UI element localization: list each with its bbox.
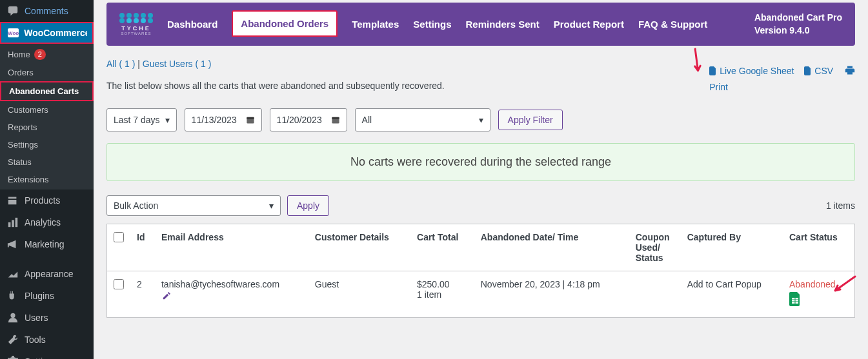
products-icon	[6, 194, 19, 207]
sub-status[interactable]: Status	[0, 153, 94, 171]
sub-orders[interactable]: Orders	[0, 64, 94, 81]
status-filter-select[interactable]: All ▾	[355, 108, 490, 131]
cell-email: tanisha@tychesoftwares.com	[155, 271, 308, 318]
col-customer[interactable]: Customer Details	[308, 224, 410, 271]
calendar-icon	[246, 115, 255, 124]
tab-faq[interactable]: FAQ & Support	[638, 19, 708, 30]
sidebar-label: Comments	[25, 6, 68, 16]
tools-icon	[6, 333, 19, 346]
main-content: TYCHE SOFTWARES Dashboard Abandoned Orde…	[94, 0, 868, 359]
analytics-icon	[6, 216, 19, 229]
svg-rect-7	[332, 117, 339, 119]
export-links: Live Google Sheet CSV Print	[701, 64, 855, 94]
sidebar-item-marketing[interactable]: Marketing	[0, 233, 94, 255]
comments-icon	[6, 5, 19, 17]
col-coupon[interactable]: Coupon Used/ Status	[629, 224, 681, 271]
sub-reports[interactable]: Reports	[0, 119, 94, 136]
users-icon	[6, 311, 19, 324]
calendar-icon	[331, 115, 340, 124]
tab-product-report[interactable]: Product Report	[554, 19, 624, 30]
edit-icon[interactable]	[161, 292, 170, 303]
admin-sidebar: Comments Woo WooCommerce Home 2 Orders A…	[0, 0, 94, 359]
sub-abandoned-carts[interactable]: Abandoned Carts	[0, 81, 94, 101]
sidebar-label: WooCommerce	[24, 28, 90, 38]
bulk-actions-row: Bulk Action ▾ Apply 1 items	[106, 195, 855, 216]
date-start-input[interactable]: 11/13/2023	[185, 108, 262, 131]
chevron-down-icon: ▾	[269, 200, 274, 211]
file-icon	[804, 66, 812, 75]
apply-bulk-button[interactable]: Apply	[287, 195, 329, 216]
items-count: 1 items	[826, 200, 855, 211]
plugins-icon	[6, 289, 19, 302]
chevron-down-icon: ▾	[479, 115, 483, 125]
plugin-nav: Dashboard Abandoned Orders Templates Set…	[167, 12, 707, 37]
file-icon	[709, 66, 717, 75]
svg-point-3	[10, 313, 15, 318]
tab-reminders-sent[interactable]: Reminders Sent	[466, 19, 540, 30]
export-print-icon[interactable]	[845, 65, 855, 75]
sidebar-item-appearance[interactable]: Appearance	[0, 263, 94, 285]
tab-dashboard[interactable]: Dashboard	[167, 19, 217, 30]
sub-customers[interactable]: Customers	[0, 101, 94, 119]
col-captured[interactable]: Captured By	[681, 224, 783, 271]
filter-all[interactable]: All ( 1 )	[106, 59, 135, 69]
export-print[interactable]: Print	[709, 80, 728, 94]
col-status[interactable]: Cart Status	[783, 224, 855, 271]
sidebar-item-comments[interactable]: Comments	[0, 0, 94, 22]
tyche-logo: TYCHE SOFTWARES	[119, 13, 153, 35]
row-checkbox[interactable]	[114, 279, 124, 289]
woo-submenu: Home 2 Orders Abandoned Carts Customers …	[0, 44, 94, 189]
date-range-select[interactable]: Last 7 days ▾	[106, 108, 177, 131]
tab-templates[interactable]: Templates	[352, 19, 399, 30]
sub-extensions[interactable]: Extensions	[0, 171, 94, 188]
cell-date: November 20, 2023 | 4:18 pm	[474, 271, 629, 318]
page-description: The list below shows all the carts that …	[106, 81, 701, 91]
col-id[interactable]: Id	[130, 224, 155, 271]
select-all-checkbox[interactable]	[114, 232, 124, 242]
woo-icon: Woo	[8, 28, 19, 37]
date-end-input[interactable]: 11/20/2023	[270, 108, 347, 131]
version-info: Abandoned Cart Pro Version 9.4.0	[754, 12, 842, 37]
gear-icon	[6, 355, 19, 359]
svg-rect-2	[15, 218, 18, 227]
annotation-arrow-icon	[826, 274, 858, 296]
carts-table: Id Email Address Customer Details Cart T…	[106, 224, 855, 318]
sidebar-item-users[interactable]: Users	[0, 307, 94, 329]
cell-customer: Guest	[308, 271, 410, 318]
sidebar-item-analytics[interactable]: Analytics	[0, 211, 94, 233]
filter-guest[interactable]: Guest Users ( 1 )	[143, 59, 212, 69]
appearance-icon	[6, 267, 19, 280]
cell-coupon	[629, 271, 681, 318]
home-badge: 2	[34, 49, 46, 60]
table-row: 2 tanisha@tychesoftwares.com Guest $250.…	[107, 271, 855, 318]
sidebar-item-woocommerce[interactable]: Woo WooCommerce	[0, 22, 94, 44]
svg-rect-1	[12, 220, 14, 227]
sidebar-item-settings[interactable]: Settings	[0, 351, 94, 359]
tab-settings[interactable]: Settings	[413, 19, 451, 30]
svg-rect-5	[247, 117, 254, 119]
export-google-sheet[interactable]: Live Google Sheet	[709, 64, 794, 78]
marketing-icon	[6, 238, 19, 251]
svg-rect-0	[8, 222, 11, 227]
cell-status: Abandoned	[783, 271, 855, 318]
apply-filter-button[interactable]: Apply Filter	[498, 110, 563, 130]
export-csv[interactable]: CSV	[804, 64, 833, 78]
col-total[interactable]: Cart Total	[410, 224, 474, 271]
empty-notice: No carts were recovered during the selec…	[106, 143, 855, 181]
filter-controls: Last 7 days ▾ 11/13/2023 11/20/2023 All …	[106, 108, 855, 131]
sub-settings[interactable]: Settings	[0, 136, 94, 153]
cell-id: 2	[130, 271, 155, 318]
bulk-action-select[interactable]: Bulk Action ▾	[106, 195, 281, 216]
col-date[interactable]: Abandoned Date/ Time	[474, 224, 629, 271]
plugin-header: TYCHE SOFTWARES Dashboard Abandoned Orde…	[106, 3, 855, 46]
sidebar-item-plugins[interactable]: Plugins	[0, 285, 94, 307]
print-icon	[845, 65, 855, 75]
tab-abandoned-orders[interactable]: Abandoned Orders	[232, 10, 338, 37]
sidebar-item-tools[interactable]: Tools	[0, 329, 94, 351]
sub-home[interactable]: Home 2	[0, 45, 94, 64]
col-email[interactable]: Email Address	[155, 224, 308, 271]
google-sheet-icon[interactable]	[789, 292, 801, 309]
cell-total: $250.001 item	[410, 271, 474, 318]
sidebar-item-products[interactable]: Products	[0, 189, 94, 211]
chevron-down-icon: ▾	[165, 115, 170, 125]
